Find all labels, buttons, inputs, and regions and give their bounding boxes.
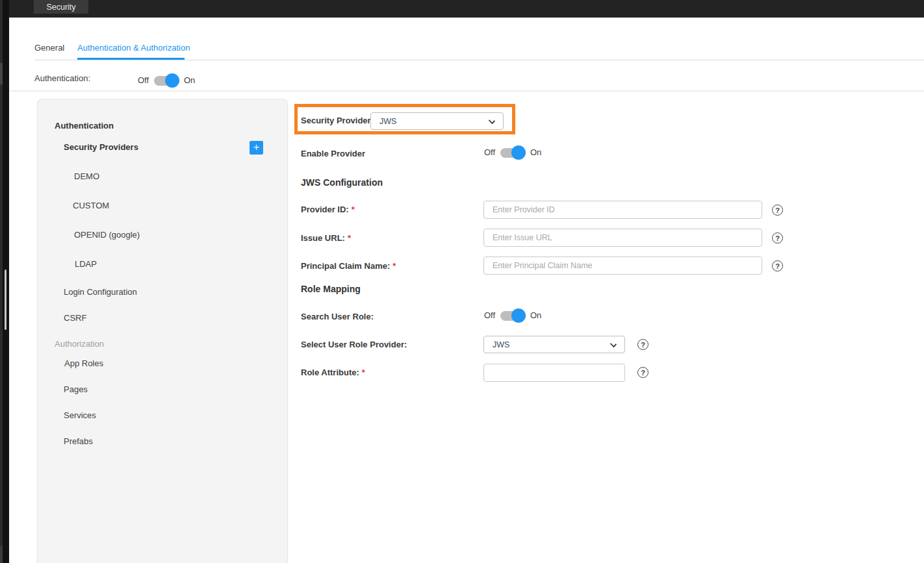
left-edge-scrollbar[interactable] <box>5 269 6 330</box>
sidebar-header-authentication: Authentication <box>55 121 114 131</box>
help-icon[interactable]: ? <box>637 339 648 350</box>
jws-configuration-title: JWS Configuration <box>301 177 383 188</box>
required-asterisk: * <box>362 368 365 377</box>
left-edge-rail-bottom-segment <box>0 546 3 563</box>
user-role-provider-select[interactable]: JWS <box>483 336 625 353</box>
toggle-off-label: Off <box>484 145 495 160</box>
section-divider <box>9 90 924 92</box>
sidebar-item-pages[interactable]: Pages <box>64 384 88 394</box>
top-bar: Security <box>9 0 924 18</box>
security-provider-selected-value: JWS <box>379 117 396 126</box>
sidebar-item-csrf[interactable]: CSRF <box>64 313 86 323</box>
search-user-role-toggle[interactable]: Off On <box>484 308 549 323</box>
sidebar-item-demo[interactable]: DEMO <box>74 171 99 181</box>
sidebar-item-openid-google[interactable]: OPENID (google) <box>74 230 140 240</box>
security-settings-page: Security General Authentication & Author… <box>0 0 924 563</box>
select-user-role-provider-label: Select User Role Provider: <box>301 340 407 349</box>
role-attribute-label: Role Attribute:* <box>301 368 365 377</box>
enable-provider-label: Enable Provider <box>301 149 365 158</box>
tabs-divider <box>34 60 924 60</box>
enable-provider-toggle[interactable]: Off On <box>484 145 549 160</box>
security-window-tab-label: Security <box>46 3 75 12</box>
left-edge-rail <box>0 0 3 563</box>
toggle-knob <box>511 308 526 323</box>
help-icon[interactable]: ? <box>772 205 783 216</box>
security-provider-select[interactable]: JWS <box>370 112 504 130</box>
add-provider-button[interactable]: + <box>250 141 263 155</box>
security-window-tab[interactable]: Security <box>34 0 88 14</box>
tab-authentication-authorization[interactable]: Authentication & Authorization <box>77 43 190 53</box>
required-asterisk: * <box>392 261 396 271</box>
principal-claim-name-input[interactable] <box>483 256 762 275</box>
toggle-on-label: On <box>184 73 195 88</box>
highlight-box: Security Provider JWS <box>294 104 515 134</box>
tab-general[interactable]: General <box>34 43 64 53</box>
sidebar-item-app-roles[interactable]: App Roles <box>64 358 103 368</box>
help-icon[interactable]: ? <box>772 232 783 244</box>
user-role-provider-selected-value: JWS <box>493 340 509 349</box>
security-provider-label: Security Provider <box>301 116 371 125</box>
chevron-down-icon <box>489 118 495 124</box>
role-attribute-input[interactable] <box>483 364 625 382</box>
sidebar-item-custom[interactable]: CUSTOM <box>73 201 109 210</box>
help-icon[interactable]: ? <box>772 260 783 271</box>
toggle-knob <box>165 73 179 88</box>
toggle-knob <box>511 145 526 160</box>
sidebar-item-ldap[interactable]: LDAP <box>75 259 97 269</box>
provider-id-label: Provider ID:* <box>301 205 355 214</box>
required-asterisk: * <box>348 233 351 243</box>
issue-url-label: Issue URL:* <box>301 233 351 243</box>
provider-id-input[interactable] <box>483 201 762 219</box>
sidebar-header-authorization: Authorization <box>55 339 104 349</box>
chevron-down-icon <box>610 341 617 347</box>
help-icon[interactable]: ? <box>637 367 648 378</box>
sidebar-item-login-configuration[interactable]: Login Configuration <box>64 287 137 297</box>
toggle-on-label: On <box>530 308 541 323</box>
plus-icon: + <box>253 141 260 153</box>
sidebar-item-services[interactable]: Services <box>64 410 96 420</box>
sidebar-item-security-providers[interactable]: Security Providers <box>64 142 138 152</box>
search-user-role-label: Search User Role: <box>301 312 374 321</box>
toggle-off-label: Off <box>484 308 495 323</box>
authentication-label: Authentication: <box>34 73 90 83</box>
left-edge-panel <box>0 0 9 563</box>
role-mapping-title: Role Mapping <box>301 284 361 294</box>
toggle-on-label: On <box>530 145 541 160</box>
sidebar-item-prefabs[interactable]: Prefabs <box>64 436 93 446</box>
toggle-off-label: Off <box>138 73 149 88</box>
security-nav-sidebar: Authentication Security Providers + DEMO… <box>37 99 288 563</box>
left-edge-rail-active-segment <box>0 63 3 84</box>
principal-claim-name-label: Principal Claim Name:* <box>301 261 396 271</box>
required-asterisk: * <box>352 205 355 214</box>
authentication-toggle[interactable]: Off On <box>138 73 203 88</box>
issue-url-input[interactable] <box>483 229 762 247</box>
